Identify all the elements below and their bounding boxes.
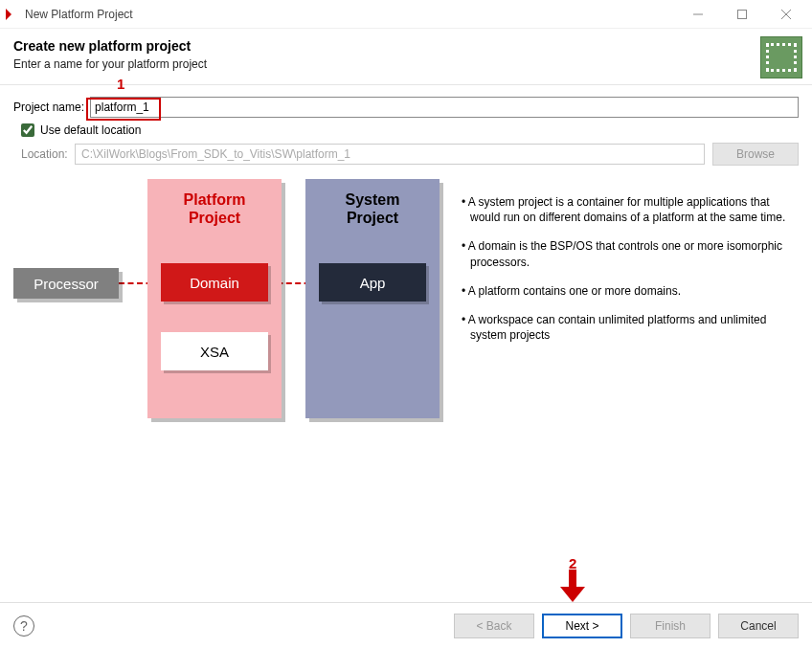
browse-button: Browse: [712, 143, 799, 166]
description-bullets: • A system project is a container for mu…: [444, 179, 799, 356]
wizard-footer: ? < Back Next > Finish Cancel: [0, 602, 812, 648]
cancel-button[interactable]: Cancel: [718, 614, 799, 638]
annotation-1: 1: [117, 76, 124, 92]
platform-diagram: Processor Platform Project Domain XSA Sy…: [13, 179, 444, 428]
titlebar: New Platform Project: [0, 0, 812, 29]
next-button[interactable]: Next >: [542, 614, 622, 638]
processor-box: Processor: [13, 268, 119, 299]
default-location-row: Use default location: [21, 123, 799, 137]
page-subtitle: Enter a name for your platform project: [13, 57, 799, 71]
app-icon: [4, 7, 19, 22]
project-name-label: Project name:: [13, 101, 84, 114]
back-button: < Back: [454, 614, 534, 638]
use-default-location-label: Use default location: [40, 123, 141, 137]
page-title: Create new platform project: [13, 38, 799, 54]
maximize-button[interactable]: [720, 0, 764, 29]
close-button[interactable]: [764, 0, 808, 29]
window-title: New Platform Project: [25, 8, 133, 21]
platform-project-box: Platform Project Domain XSA: [147, 179, 282, 418]
system-title-1: System: [346, 191, 400, 208]
xsa-label: XSA: [200, 344, 229, 360]
wizard-logo: [760, 36, 802, 78]
system-project-box: System Project App: [305, 179, 440, 418]
form-area: 1 Project name: Use default location Loc…: [0, 85, 812, 166]
platform-title-2: Project: [189, 210, 240, 226]
diagram-area: Processor Platform Project Domain XSA Sy…: [0, 179, 812, 428]
bullet-3: • A platform contains one or more domain…: [462, 283, 791, 299]
bullet-1: • A system project is a container for mu…: [462, 194, 791, 225]
domain-box: Domain: [161, 263, 268, 302]
app-box: App: [319, 263, 426, 302]
bullet-4: • A workspace can contain unlimited plat…: [462, 312, 791, 343]
help-icon[interactable]: ?: [13, 615, 34, 637]
processor-label: Processor: [34, 276, 99, 292]
svg-rect-1: [738, 10, 747, 18]
platform-title-1: Platform: [184, 191, 246, 208]
xsa-box: XSA: [161, 332, 268, 370]
minimize-button[interactable]: [676, 0, 720, 29]
finish-button: Finish: [630, 614, 710, 638]
project-name-row: Project name:: [13, 97, 799, 118]
project-name-input[interactable]: [90, 97, 799, 118]
location-label: Location:: [21, 147, 69, 161]
annotation-2-arrow: [560, 570, 585, 602]
use-default-location-checkbox[interactable]: [21, 123, 34, 137]
domain-label: Domain: [190, 275, 239, 291]
location-row: Location: Browse: [13, 143, 799, 166]
app-label: App: [360, 275, 386, 291]
bullet-2: • A domain is the BSP/OS that controls o…: [462, 238, 791, 269]
location-input: [75, 144, 705, 165]
system-title-2: Project: [347, 210, 398, 226]
